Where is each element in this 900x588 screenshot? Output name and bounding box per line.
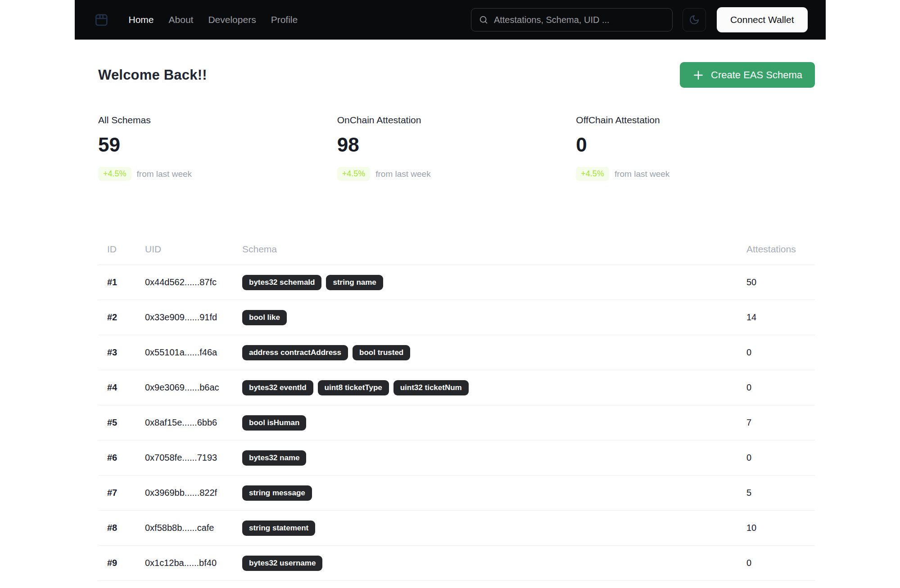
schema-type-badge: bool isHuman bbox=[242, 415, 306, 431]
cell-uid: 0x7058fe......7193 bbox=[145, 453, 242, 463]
search-input[interactable] bbox=[494, 15, 665, 25]
stats-cards: All Schemas 59 +4.5% from last week OnCh… bbox=[98, 115, 815, 181]
cell-id: #2 bbox=[107, 312, 145, 323]
table-body: #1 0x44d562......87fc bytes32 schemaIdst… bbox=[98, 265, 815, 588]
page-header: Welcome Back!! Create EAS Schema bbox=[98, 62, 815, 88]
cell-attestations: 50 bbox=[746, 277, 815, 287]
stat-change-caption: from last week bbox=[375, 169, 430, 179]
cell-attestations: 0 bbox=[746, 558, 815, 568]
nav-item-home[interactable]: Home bbox=[129, 14, 154, 25]
nav-item-about[interactable]: About bbox=[169, 14, 194, 25]
cell-id: #3 bbox=[107, 347, 145, 358]
cell-attestations: 5 bbox=[746, 488, 815, 498]
cell-schema: string message bbox=[242, 485, 746, 501]
cell-attestations: 7 bbox=[746, 417, 815, 428]
cell-id: #8 bbox=[107, 523, 145, 533]
cell-id: #4 bbox=[107, 382, 145, 393]
stat-value: 98 bbox=[337, 134, 576, 156]
cell-schema: address contractAddressbool trusted bbox=[242, 345, 746, 360]
column-header-id: ID bbox=[107, 244, 145, 255]
column-header-attestations: Attestations bbox=[746, 244, 815, 255]
cell-schema: bytes32 schemaIdstring name bbox=[242, 275, 746, 290]
column-header-schema: Schema bbox=[242, 244, 746, 255]
table-row[interactable]: #9 0x1c12ba......bf40 bytes32 username 0 bbox=[98, 546, 815, 581]
stat-card-all-schemas: All Schemas 59 +4.5% from last week bbox=[98, 115, 337, 181]
schema-type-badge: bytes32 username bbox=[242, 556, 322, 571]
package-icon bbox=[93, 11, 110, 28]
connect-wallet-button[interactable]: Connect Wallet bbox=[717, 7, 808, 32]
cell-schema: bytes32 name bbox=[242, 450, 746, 466]
stat-change-caption: from last week bbox=[615, 169, 669, 179]
cell-id: #1 bbox=[107, 277, 145, 287]
stat-value: 0 bbox=[576, 134, 815, 156]
main-content: Welcome Back!! Create EAS Schema All Sch… bbox=[98, 62, 815, 588]
cell-id: #9 bbox=[107, 558, 145, 568]
search-icon bbox=[479, 15, 488, 25]
stat-label: OnChain Attestation bbox=[337, 115, 576, 126]
plus-icon bbox=[692, 69, 704, 81]
nav-item-developers[interactable]: Developers bbox=[208, 14, 256, 25]
schema-type-badge: string statement bbox=[242, 521, 315, 536]
table-row[interactable]: #1 0x44d562......87fc bytes32 schemaIdst… bbox=[98, 265, 815, 300]
cell-id: #6 bbox=[107, 453, 145, 463]
theme-toggle-button[interactable] bbox=[683, 8, 706, 31]
cell-uid: 0x44d562......87fc bbox=[145, 277, 242, 287]
cell-schema: bool like bbox=[242, 310, 746, 325]
cell-schema: string statement bbox=[242, 521, 746, 536]
schema-type-badge: string name bbox=[326, 275, 383, 290]
schema-type-badge: uint8 ticketType bbox=[318, 380, 389, 395]
cell-uid: 0x33e909......91fd bbox=[145, 312, 242, 323]
nav-item-profile[interactable]: Profile bbox=[271, 14, 298, 25]
table-row[interactable]: #10 0x27d06e......804a bool isFriend 6 bbox=[98, 581, 815, 588]
stat-card-onchain-attestation: OnChain Attestation 98 +4.5% from last w… bbox=[337, 115, 576, 181]
stat-card-offchain-attestation: OffChain Attestation 0 +4.5% from last w… bbox=[576, 115, 815, 181]
table-header-row: ID UID Schema Attestations bbox=[98, 244, 815, 265]
schema-type-badge: uint32 ticketNum bbox=[393, 380, 469, 395]
schema-type-badge: bool like bbox=[242, 310, 287, 325]
search-box[interactable] bbox=[471, 8, 673, 31]
schema-type-badge: bytes32 schemaId bbox=[242, 275, 321, 290]
schema-type-badge: bool trusted bbox=[353, 345, 410, 360]
table-row[interactable]: #6 0x7058fe......7193 bytes32 name 0 bbox=[98, 440, 815, 476]
cell-uid: 0x8af15e......6bb6 bbox=[145, 417, 242, 428]
table-row[interactable]: #5 0x8af15e......6bb6 bool isHuman 7 bbox=[98, 405, 815, 440]
cell-schema: bytes32 eventIduint8 ticketTypeuint32 ti… bbox=[242, 380, 746, 395]
stat-value: 59 bbox=[98, 134, 337, 156]
cell-attestations: 0 bbox=[746, 382, 815, 393]
nav-links: Home About Developers Profile bbox=[129, 14, 298, 25]
cell-uid: 0x55101a......f46a bbox=[145, 347, 242, 358]
cell-id: #5 bbox=[107, 417, 145, 428]
cell-id: #7 bbox=[107, 488, 145, 498]
cell-uid: 0x9e3069......b6ac bbox=[145, 382, 242, 393]
stat-label: OffChain Attestation bbox=[576, 115, 815, 126]
schema-type-badge: address contractAddress bbox=[242, 345, 348, 360]
stat-label: All Schemas bbox=[98, 115, 337, 126]
create-eas-schema-button[interactable]: Create EAS Schema bbox=[680, 62, 815, 88]
table-row[interactable]: #4 0x9e3069......b6ac bytes32 eventIduin… bbox=[98, 370, 815, 405]
cell-uid: 0x1c12ba......bf40 bbox=[145, 558, 242, 568]
cell-schema: bool isHuman bbox=[242, 415, 746, 431]
schema-type-badge: bytes32 eventId bbox=[242, 380, 313, 395]
moon-icon bbox=[689, 14, 700, 25]
table-row[interactable]: #3 0x55101a......f46a address contractAd… bbox=[98, 335, 815, 370]
cell-attestations: 14 bbox=[746, 312, 815, 323]
stat-change-badge: +4.5% bbox=[98, 167, 131, 181]
schema-type-badge: string message bbox=[242, 485, 312, 501]
cell-uid: 0x3969bb......822f bbox=[145, 488, 242, 498]
cell-attestations: 0 bbox=[746, 347, 815, 358]
stat-change-caption: from last week bbox=[137, 169, 192, 179]
cell-attestations: 0 bbox=[746, 453, 815, 463]
schema-type-badge: bytes32 name bbox=[242, 450, 306, 466]
schemas-table: ID UID Schema Attestations #1 0x44d562..… bbox=[98, 244, 815, 588]
table-row[interactable]: #8 0xf58b8b......cafe string statement 1… bbox=[98, 511, 815, 546]
stat-change-badge: +4.5% bbox=[337, 167, 371, 181]
column-header-uid: UID bbox=[145, 244, 242, 255]
page-title: Welcome Back!! bbox=[98, 67, 207, 83]
cell-schema: bytes32 username bbox=[242, 556, 746, 571]
create-eas-schema-label: Create EAS Schema bbox=[711, 69, 802, 81]
cell-attestations: 10 bbox=[746, 523, 815, 533]
table-row[interactable]: #7 0x3969bb......822f string message 5 bbox=[98, 476, 815, 511]
table-row[interactable]: #2 0x33e909......91fd bool like 14 bbox=[98, 300, 815, 335]
stat-change-badge: +4.5% bbox=[576, 167, 609, 181]
navbar: Home About Developers Profile Connect Wa… bbox=[75, 0, 826, 40]
